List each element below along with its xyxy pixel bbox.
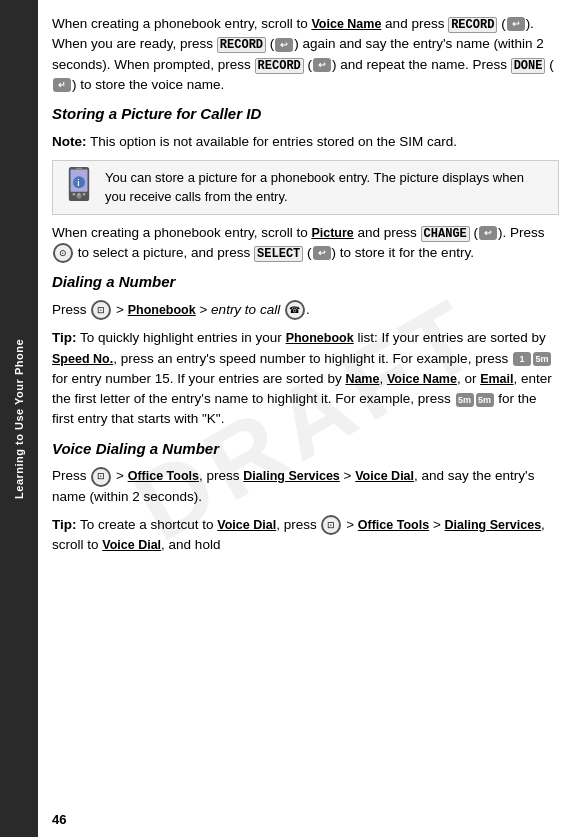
svg-rect-3 [76, 168, 83, 170]
intro-paragraph: When creating a phonebook entry, scroll … [52, 14, 559, 95]
section3-tip: Tip: To create a shortcut to Voice Dial,… [52, 515, 559, 556]
tip2-label: Tip: [52, 330, 77, 345]
phonebook-ref2: Phonebook [286, 331, 354, 345]
content-area: When creating a phonebook entry, scroll … [52, 14, 559, 556]
nav-circle-icon: ⊙ [53, 243, 73, 263]
record-icon-3: ↩ [313, 58, 331, 72]
dialing-services-ref: Dialing Services [243, 469, 340, 483]
tip3-label: Tip: [52, 517, 77, 532]
voice-name-ref: Voice Name [311, 17, 381, 31]
change-kbd: CHANGE [421, 226, 470, 242]
main-content: DRAFT When creating a phonebook entry, s… [38, 0, 577, 837]
btn-5m3: 5m [476, 393, 494, 407]
svg-text:i: i [77, 177, 79, 187]
info-box: i i You can store a picture for a phoneb… [52, 160, 559, 215]
dialing-services-ref2: Dialing Services [445, 518, 542, 532]
speed-no-ref: Speed No. [52, 352, 113, 366]
phone-icon: i i [65, 167, 93, 201]
voice-dial-ref2: Voice Dial [217, 518, 276, 532]
record-kbd-3: RECORD [255, 58, 304, 74]
select-icon: ↩ [313, 246, 331, 260]
section1-heading: Storing a Picture for Caller ID [52, 103, 559, 126]
name-ref: Name [345, 372, 379, 386]
section2-tip: Tip: To quickly highlight entries in you… [52, 328, 559, 429]
picture-ref: Picture [311, 226, 353, 240]
svg-point-6 [83, 193, 86, 196]
btn-5m2: 5m [456, 393, 474, 407]
note-label: Note: [52, 134, 87, 149]
record-icon-1: ↩ [507, 17, 525, 31]
section2-heading: Dialing a Number [52, 271, 559, 294]
sidebar-label: Learning to Use Your Phone [13, 339, 25, 499]
section1-body: When creating a phonebook entry, scroll … [52, 223, 559, 264]
done-icon: ↵ [53, 78, 71, 92]
email-ref: Email [480, 372, 513, 386]
svg-point-5 [78, 193, 81, 196]
menu-nav-icon3: ⊡ [321, 515, 341, 535]
menu-nav-icon2: ⊡ [91, 467, 111, 487]
call-icon: ☎ [285, 300, 305, 320]
voice-name-ref2: Voice Name [387, 372, 457, 386]
btn-5m: 5m [533, 352, 551, 366]
office-tools-ref1: Office Tools [128, 469, 199, 483]
menu-nav-icon: ⊡ [91, 300, 111, 320]
office-tools-ref2: Office Tools [358, 518, 429, 532]
phonebook-ref: Phonebook [128, 303, 196, 317]
svg-point-4 [73, 193, 76, 196]
record-icon-2: ↩ [275, 38, 293, 52]
voice-dial-ref3: Voice Dial [102, 538, 161, 552]
select-kbd: SELECT [254, 246, 303, 262]
info-box-text: You can store a picture for a phonebook … [105, 168, 548, 207]
btn-1: 1 [513, 352, 531, 366]
section3-heading: Voice Dialing a Number [52, 438, 559, 461]
note-paragraph: Note: This option is not available for e… [52, 132, 559, 152]
record-kbd-1: RECORD [448, 17, 497, 33]
sidebar: Learning to Use Your Phone [0, 0, 38, 837]
section2-press-line: Press ⊡ > Phonebook > entry to call ☎. [52, 300, 559, 320]
record-kbd-2: RECORD [217, 37, 266, 53]
change-icon: ↩ [479, 226, 497, 240]
page-number: 46 [52, 812, 66, 827]
phone-icon-container: i i [63, 168, 95, 200]
voice-dial-ref: Voice Dial [355, 469, 414, 483]
done-kbd: DONE [511, 58, 546, 74]
section3-body1: Press ⊡ > Office Tools, press Dialing Se… [52, 466, 559, 507]
